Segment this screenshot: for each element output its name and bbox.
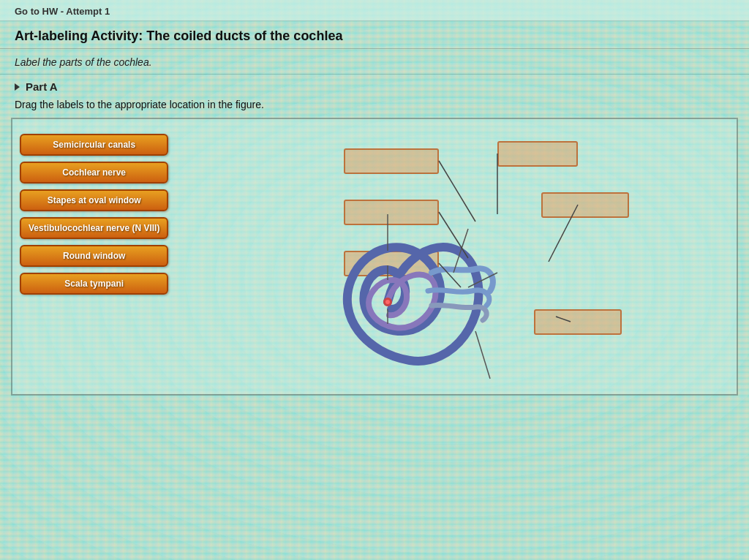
label-scala-tympani[interactable]: Scala tympani [20, 273, 168, 295]
label-semicircular[interactable]: Semicircular canals [20, 134, 168, 156]
label-vestibulocochlear[interactable]: Vestibulocochlear nerve (N VIII) [20, 217, 168, 239]
attempt-label: Go to HW - Attempt 1 [15, 6, 110, 17]
label-stapes[interactable]: Stapes at oval window [20, 189, 168, 211]
label-cochlear-nerve[interactable]: Cochlear nerve [20, 162, 168, 183]
drop-box-4[interactable] [497, 141, 578, 167]
divider-2 [0, 74, 749, 75]
page-title: Art-labeling Activity: The coiled ducts … [15, 29, 734, 44]
cochlea-illustration [271, 185, 505, 419]
part-a-section: Part A [15, 80, 734, 93]
main-instruction: Label the parts of the cochlea. [15, 56, 734, 68]
collapse-icon[interactable] [15, 83, 20, 91]
activity-box: Semicircular canals Cochlear nerve Stape… [11, 118, 738, 396]
drag-instruction: Drag the labels to the appropriate locat… [15, 99, 734, 110]
drop-box-5[interactable] [541, 192, 629, 218]
part-a-label: Part A [26, 80, 58, 93]
labels-panel: Semicircular canals Cochlear nerve Stape… [20, 126, 168, 387]
divider-1 [0, 48, 749, 49]
svg-point-1 [385, 300, 390, 304]
drop-box-1[interactable] [344, 148, 439, 174]
svg-line-7 [475, 331, 490, 379]
drop-box-6[interactable] [534, 309, 622, 335]
diagram-area [183, 126, 729, 387]
label-round-window[interactable]: Round window [20, 245, 168, 267]
